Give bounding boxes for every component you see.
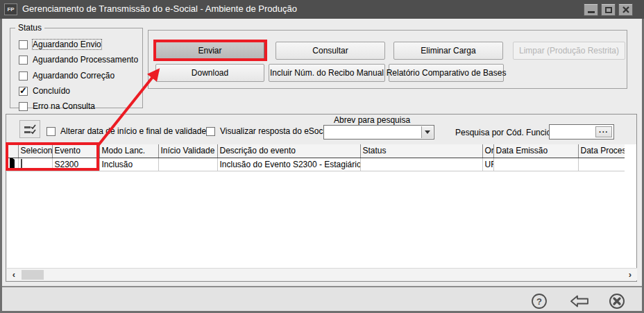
cell-evento[interactable]: S2300 [52, 158, 99, 171]
scroll-left-icon[interactable]: ‹ [8, 269, 19, 280]
multi-select-button[interactable] [19, 120, 40, 138]
header-data-emissao[interactable]: Data Emissão [493, 144, 578, 158]
events-table: Seleciona Evento Modo Lanc. Início Valid… [7, 144, 625, 171]
checkbox-label: Erro na Consulta [33, 101, 95, 111]
header-origem[interactable]: Or [482, 144, 493, 158]
checkbox-aguardando-envio[interactable]: Aguardando Envio [19, 40, 101, 49]
download-button[interactable]: Download [155, 64, 264, 82]
header-modo-lanc[interactable]: Modo Lanc. [99, 144, 158, 158]
header-inicio-validade[interactable]: Início Validade [158, 144, 217, 158]
checkbox-label: Aguardando Correção [33, 71, 115, 81]
row-selector-cell [7, 158, 18, 171]
close-icon [622, 6, 629, 13]
combobox-drop-button[interactable] [421, 126, 433, 138]
header-row-selector [7, 144, 18, 158]
header-evento[interactable]: Evento [52, 144, 99, 158]
cell-inicio-validade[interactable] [158, 158, 217, 171]
maximize-button[interactable] [601, 3, 616, 16]
checkbox-box-checked[interactable] [19, 87, 28, 96]
grid-header-row: Seleciona Evento Modo Lanc. Início Valid… [7, 144, 625, 158]
maximize-icon [605, 7, 612, 13]
checkbox-label: Aguardando Envio [33, 40, 101, 49]
checkbox-aguardando-correcao[interactable]: Aguardando Correção [19, 71, 115, 81]
pesquisa-cod-funcio-input[interactable] [550, 126, 595, 138]
abrev-pesquisa-combobox[interactable] [323, 125, 434, 139]
checkbox-box[interactable] [46, 127, 56, 136]
cancel-x-icon [609, 293, 625, 310]
status-groupbox: Status Aguardando Envio Aguardando Proce… [10, 28, 143, 108]
minimize-icon [588, 11, 595, 13]
checkbox-box[interactable] [19, 56, 28, 65]
window-border-left [0, 19, 2, 313]
grid-panel: Alterar data de início e final de valida… [6, 114, 637, 282]
esocial-transmission-window: FP Gerenciamento de Transmissão do e-Soc… [0, 0, 644, 313]
abrev-pesquisa-label: Abrev para pesquisa [334, 115, 410, 125]
cell-data-emissao[interactable] [493, 158, 578, 171]
table-row[interactable]: S2300 Inclusão Inclusão do Evento S2300 … [7, 158, 625, 171]
checkbox-label: Alterar data de início e final de valida… [60, 126, 208, 136]
scroll-right-icon[interactable]: › [625, 269, 636, 280]
consultar-button[interactable]: Consultar [276, 42, 385, 60]
checkbox-alterar-data[interactable]: Alterar data de início e final de valida… [46, 126, 208, 136]
cell-origem[interactable]: UR [482, 158, 493, 171]
row-checkbox[interactable] [21, 159, 22, 170]
relatorio-comparativo-button[interactable]: Relatório Comparativo de Bases [389, 64, 504, 82]
checkbox-erro-na-consulta[interactable]: Erro na Consulta [19, 101, 95, 111]
window-title: Gerenciamento de Transmissão do e-Social… [22, 3, 297, 14]
close-button[interactable] [618, 3, 633, 16]
checkbox-box[interactable] [206, 127, 215, 136]
checkbox-label: Aguardando Processamento [33, 55, 138, 65]
cell-data-processamento[interactable] [578, 158, 625, 171]
app-icon: FP [4, 3, 17, 15]
checkbox-label: Visualizar resposta do eSocial [220, 126, 332, 136]
pesquisa-cod-funcio-field[interactable]: ··· [549, 124, 614, 139]
scrollbar-thumb[interactable] [22, 270, 44, 280]
checkbox-visualizar-resposta[interactable]: Visualizar resposta do eSocial [206, 126, 332, 136]
minimize-button[interactable] [584, 3, 598, 16]
eliminar-carga-button[interactable]: Eliminar Carga [393, 42, 503, 60]
cell-seleciona[interactable] [18, 158, 52, 171]
back-button[interactable] [569, 294, 590, 311]
limpar-producao-restrita-button: Limpar (Produção Restrita) [513, 42, 625, 60]
header-descricao[interactable]: Descrição do evento [217, 144, 360, 158]
pesquisa-cod-funcio-label: Pesquisa por Cód. Funcio: [455, 128, 553, 137]
checkbox-concluido[interactable]: Concluído [19, 86, 70, 96]
checkbox-aguardando-processamento[interactable]: Aguardando Processamento [19, 55, 138, 65]
enviar-button[interactable]: Enviar [155, 42, 264, 60]
checkbox-box[interactable] [19, 71, 28, 81]
events-grid: Seleciona Evento Modo Lanc. Início Valid… [7, 144, 636, 269]
cancel-button[interactable] [609, 293, 625, 312]
checkbox-box[interactable] [19, 40, 28, 49]
help-button[interactable]: ? [531, 293, 548, 312]
header-status[interactable]: Status [360, 144, 482, 158]
horizontal-scrollbar[interactable]: ‹ › [7, 268, 637, 280]
incluir-recibo-manual-button[interactable]: Incluir Núm. do Recibo Manual [269, 64, 385, 82]
lookup-ellipsis-button[interactable]: ··· [595, 126, 612, 137]
current-row-marker-icon [10, 158, 15, 171]
checkbox-box[interactable] [19, 102, 28, 111]
cell-modo-lanc[interactable]: Inclusão [99, 158, 158, 171]
checkbox-label: Concluído [33, 86, 70, 96]
header-data-processamento[interactable]: Data Processame [578, 144, 625, 158]
status-group-title: Status [15, 23, 44, 33]
svg-text:?: ? [536, 296, 542, 307]
multi-select-icon [24, 124, 36, 135]
titlebar: FP Gerenciamento de Transmissão do e-Soc… [0, 0, 644, 19]
help-icon: ? [531, 293, 548, 310]
header-seleciona[interactable]: Seleciona [18, 144, 52, 158]
back-arrow-icon [569, 294, 590, 309]
status-badge: Concluído com Sucesso [360, 158, 482, 171]
cell-descricao[interactable]: Inclusão do Evento S2300 - Estagiário : [217, 158, 360, 171]
chevron-down-icon [425, 130, 430, 134]
